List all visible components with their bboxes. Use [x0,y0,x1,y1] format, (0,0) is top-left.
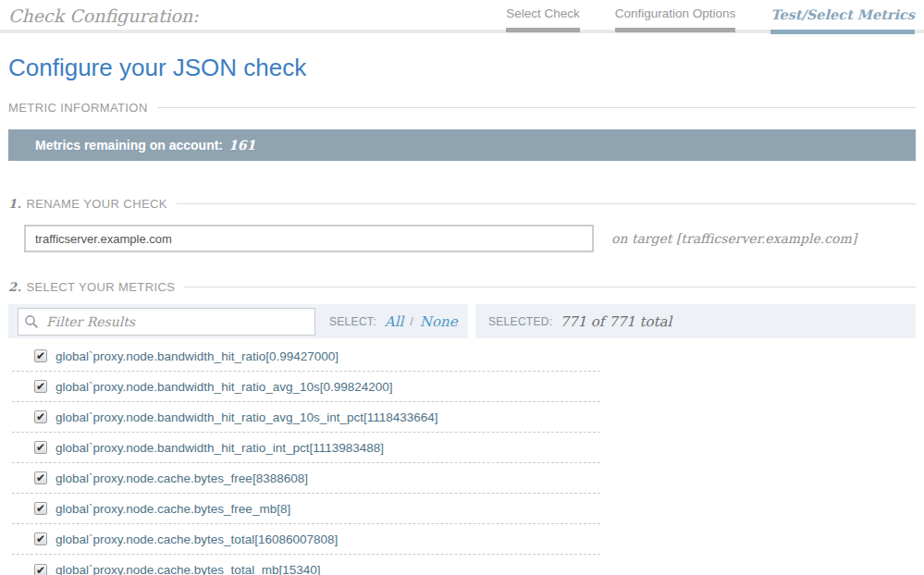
metric-checkbox[interactable]: ✔ [34,380,47,393]
metric-name: global`proxy.node.cache.bytes_free[83886… [55,471,308,485]
select-separator: / [410,314,413,328]
page-heading: Check Configuration: [8,6,199,26]
section-number: 1. [8,197,21,211]
page-title: Configure your JSON check [8,54,916,82]
metric-name: global`proxy.node.cache.bytes_free_mb[8] [55,502,290,516]
tab-test-select-metrics[interactable]: Test/Select Metrics [770,6,915,34]
metric-row: ✔ global`proxy.node.bandwidth_hit_ratio_… [12,433,600,463]
selected-label: SELECTED: [488,315,552,328]
metric-name: global`proxy.node.bandwidth_hit_ratio_in… [55,441,384,455]
select-all-link[interactable]: All [385,313,403,330]
wizard-tabs: Select Check Configuration Options Test/… [506,6,915,34]
metric-checkbox[interactable]: ✔ [34,349,47,362]
search-icon [24,314,39,329]
section-label: SELECT YOUR METRICS [26,280,175,294]
metric-name: global`proxy.node.bandwidth_hit_ratio_av… [55,410,438,424]
metric-checkbox[interactable]: ✔ [34,441,47,454]
tab-underline [770,30,915,34]
metric-row: ✔ global`proxy.node.bandwidth_hit_ratio_… [12,402,600,433]
filter-bar-left: SELECT: All / None [8,304,468,338]
section-rename-check: 1. RENAME YOUR CHECK [8,197,916,211]
metric-name: global`proxy.node.cache.bytes_total[1608… [55,532,338,546]
filter-input-wrap [18,308,315,336]
tab-configuration-options[interactable]: Configuration Options [615,6,736,34]
section-label: METRIC INFORMATION [8,101,148,115]
metric-row: ✔ global`proxy.node.cache.bytes_total[16… [12,524,600,555]
check-name-input[interactable] [24,225,594,252]
metric-checkbox[interactable]: ✔ [34,532,47,545]
tab-underline [615,28,736,32]
metric-name: global`proxy.node.bandwidth_hit_ratio_av… [55,380,393,394]
section-rule [177,203,916,204]
tab-select-check[interactable]: Select Check [506,6,580,34]
metrics-remaining-banner: Metrics remaining on account: 161 [8,129,916,161]
metric-checkbox[interactable]: ✔ [34,410,47,423]
section-rule [157,107,916,108]
tab-label: Test/Select Metrics [770,6,915,22]
section-select-metrics: 2. SELECT YOUR METRICS [8,280,916,294]
filter-bar: SELECT: All / None SELECTED: 771 of 771 … [8,304,916,338]
filter-results-input[interactable] [18,308,315,336]
section-metric-information: METRIC INFORMATION [8,101,916,115]
filter-bar-right: SELECTED: 771 of 771 total [475,304,916,338]
banner-label: Metrics remaining on account: [35,138,223,153]
top-header: Check Configuration: Select Check Config… [8,0,916,33]
metric-row: ✔ global`proxy.node.cache.bytes_total_mb… [12,555,600,575]
tab-label: Select Check [506,6,580,20]
tab-underline [506,28,580,32]
metric-checkbox[interactable]: ✔ [34,564,47,575]
tab-label: Configuration Options [615,6,736,20]
metric-checkbox[interactable]: ✔ [34,502,47,515]
select-label: SELECT: [329,315,376,328]
metric-row: ✔ global`proxy.node.bandwidth_hit_ratio[… [12,341,600,372]
section-number: 2. [8,280,21,294]
metric-checkbox[interactable]: ✔ [34,471,47,484]
metric-list: ✔ global`proxy.node.bandwidth_hit_ratio[… [12,341,600,575]
select-none-link[interactable]: None [420,313,458,330]
metric-row: ✔ global`proxy.node.cache.bytes_free_mb[… [12,494,600,524]
selected-count: 771 of 771 total [560,313,671,330]
metric-row: ✔ global`proxy.node.cache.bytes_free[838… [12,463,600,494]
section-label: RENAME YOUR CHECK [26,197,166,211]
rename-row: on target [trafficserver.example.com] [8,225,916,252]
metric-name: global`proxy.node.bandwidth_hit_ratio[0.… [55,349,339,363]
banner-value: 161 [228,138,255,153]
section-rule [184,287,916,288]
target-note: on target [trafficserver.example.com] [611,231,856,246]
metric-row: ✔ global`proxy.node.bandwidth_hit_ratio_… [12,372,600,402]
metric-name: global`proxy.node.cache.bytes_total_mb[1… [55,563,320,575]
